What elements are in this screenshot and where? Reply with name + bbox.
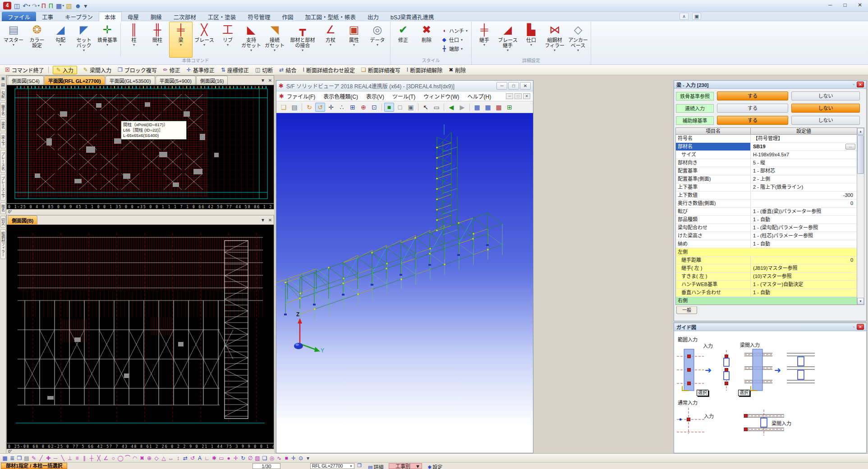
parallel-tool-icon[interactable]: ∥ [81, 454, 88, 462]
vtab-koubai[interactable]: 勾配 [0, 89, 6, 100]
erase-tool-icon[interactable]: ✖ [138, 454, 146, 462]
ketsugou-button[interactable]: ⇄結合 [279, 66, 296, 74]
brace-tsugite-button[interactable]: ◢ブレース 継手▾ [496, 22, 519, 58]
viewer-menu-view[interactable]: 表示(V) [366, 92, 384, 100]
real4-logo-icon[interactable]: 4 [3, 2, 11, 9]
fit-view-icon[interactable]: ⊞ [348, 103, 358, 112]
viewer-menu-file[interactable]: ファイル(F) [287, 92, 315, 100]
table-row[interactable]: すきま( 左 )(10)マスター参照 [676, 273, 857, 281]
anchor-base-button[interactable]: ◇アンカー ベース▾ [566, 22, 590, 58]
style-sakujo-button[interactable]: ✖削除 [415, 22, 438, 58]
settings-button[interactable]: ✱設定 [427, 463, 442, 469]
toggle-tekkotsu-kijun-sansho-on-button[interactable]: する [717, 91, 788, 100]
tab-kouji[interactable]: 工事 [36, 12, 59, 22]
pan-icon[interactable]: ✛ [326, 103, 336, 112]
grid-settings-icon-caret[interactable]: ▾ [62, 4, 64, 8]
doc-close-icon[interactable]: ✕ [523, 93, 530, 99]
table-row[interactable]: ハンチWEB基準1 - (マスター)自動決定 [676, 281, 857, 289]
cross-tool-icon[interactable]: ╳ [95, 454, 102, 462]
shiguchi-button[interactable]: ▙仕口▾ [519, 22, 543, 58]
redo-icon-caret[interactable]: ▾ [38, 4, 40, 8]
model-grid-icon[interactable]: ⊞ [505, 103, 514, 112]
hari-button[interactable]: ╪梁▾ [169, 22, 193, 58]
triangle-tool-icon[interactable]: △ [160, 454, 167, 462]
more-commands-icon[interactable]: ▾ [84, 1, 87, 10]
rotate-tool-icon[interactable]: ↺ [189, 454, 196, 462]
spline-tool-icon[interactable]: ∿ [276, 454, 283, 462]
pointer-icon[interactable]: ↖ [421, 103, 431, 112]
brace-button[interactable]: ╳ブレース▾ [193, 22, 216, 58]
table-row[interactable]: 垂直ハンチ合わせ1 - 自動 [676, 289, 857, 297]
table-3-icon[interactable]: ▦ [494, 103, 504, 112]
table-row[interactable]: 転び1 - (垂直(梁))パラメーター参照 [676, 208, 857, 216]
table-row[interactable]: 左側 [676, 248, 857, 256]
danmen-clear-button[interactable]: Ⅰ断面詳細解除 [407, 66, 443, 74]
layer-icon[interactable]: ❐ [357, 463, 362, 469]
toggle-renzoku-nyuryoku-on-button[interactable]: する [717, 104, 788, 113]
diamond-tool-icon[interactable]: ◇ [153, 454, 160, 462]
table-row[interactable]: 部材名SB19... [676, 143, 857, 151]
tab-bsj-renkei[interactable]: bSJ梁貫通孔連携 [385, 12, 440, 22]
column-red-icon[interactable]: Π [41, 1, 46, 10]
swap-tool-icon[interactable]: ⇄ [182, 454, 189, 462]
cmd-delete-button[interactable]: ✖削除 [449, 66, 466, 74]
cross2-tool-icon[interactable]: ✛ [232, 454, 239, 462]
close-button[interactable]: ✕ [853, 0, 867, 10]
view-tab-heimenzu-5-900[interactable]: 平面図(5+900) [156, 76, 196, 85]
hidden-line-view-icon[interactable]: ▣ [406, 103, 416, 112]
vtab-tsugite-mei[interactable]: 継手名 [0, 102, 6, 118]
view-tab-heimenzu-rfl[interactable]: 平面図(RFL GL+27700) [44, 76, 105, 85]
wireframe-view-icon[interactable]: □ [395, 103, 405, 112]
style-shusei-button[interactable]: ✔修正 [391, 22, 415, 58]
tsugite-button[interactable]: ╪継手▾ [473, 22, 496, 58]
tab-sakuzu[interactable]: 作図 [276, 12, 299, 22]
perpendicular-tool-icon[interactable]: ⊥ [66, 454, 73, 462]
strip-icon-pin[interactable]: ▣ [1, 76, 5, 81]
open-icon[interactable]: ❏ [279, 103, 289, 112]
setback-button[interactable]: ◤セット バック▾ [72, 22, 96, 58]
diameter-tool-icon[interactable]: ∅ [247, 454, 254, 462]
users-icon[interactable]: ☻ [74, 1, 81, 10]
minimize-button[interactable]: ─ [823, 0, 837, 10]
zokusei-button[interactable]: ▣属性▾ [342, 22, 366, 58]
render-icon[interactable]: ▨ [66, 1, 72, 10]
elevation-drawing-canvas[interactable] [6, 225, 274, 443]
kumikouzai-filler-button[interactable]: ⋈組鋼材 フィラー▾ [543, 22, 566, 58]
vtab-brace-jouge[interactable]: ブレース上下 [0, 174, 6, 200]
setsudan-button[interactable]: ◫切断 [255, 66, 273, 74]
backslash-tool-icon[interactable]: ╲ [59, 454, 66, 462]
tab-general[interactable]: 一般 [676, 306, 697, 314]
houzue-button[interactable]: ∠方杖▾ [319, 22, 342, 58]
table-row[interactable]: 上下基準2 - 階上下(鉄骨ライン) [676, 183, 857, 191]
setsuzoku-gusset-button[interactable]: ◥接続 ガセット▾ [263, 22, 286, 58]
star-tool-icon[interactable]: ✱ [211, 454, 218, 462]
maximize-button[interactable]: □ [838, 0, 852, 10]
view-tab-sokumenzu-16[interactable]: 側面図(16) [196, 76, 228, 85]
table-2-icon[interactable]: ▦ [483, 103, 493, 112]
zoom-window-icon[interactable]: ⊡ [369, 103, 379, 112]
viewer-3d-canvas[interactable]: Z Y [276, 113, 533, 453]
table-row[interactable]: 奥行き数値(側面)0 [676, 200, 857, 208]
doc-minimize-icon[interactable]: ─ [506, 93, 513, 99]
level-select[interactable]: RFL GL+27700 ▼ [310, 463, 354, 469]
varrow-tool-icon[interactable]: ↕ [175, 454, 182, 462]
close-view-icon[interactable]: ✕ [266, 218, 274, 223]
more-button[interactable]: ... [845, 144, 855, 150]
column-green-icon[interactable]: Π [49, 1, 53, 10]
save-icon[interactable]: ◫ [14, 1, 20, 10]
input-button[interactable]: ✎入力 [53, 66, 77, 74]
sheet-tool-icon[interactable]: ▤ [23, 454, 30, 462]
dot-tool-icon[interactable]: ● [225, 454, 232, 462]
tab-niji-buzai[interactable]: 二次部材 [168, 12, 202, 22]
toggle-hojosen-kijun-on-button[interactable]: する [717, 116, 788, 125]
viewer-minimize-button[interactable]: ─ [496, 82, 507, 90]
scroll-down-icon[interactable]: ▼ [857, 298, 864, 305]
view-tab-sokumenzu-sc4[interactable]: 側面図(SC4) [8, 76, 44, 85]
text-tool-icon[interactable]: A [196, 454, 203, 462]
buzai-setsugou-button[interactable]: ┳部材と部材 の接合▾ [286, 22, 319, 58]
toggle-hojosen-kijun-off-button[interactable]: しない [791, 116, 860, 125]
color-settings-button[interactable]: ❂カラー 設定 [25, 22, 49, 58]
plan-drawing-canvas[interactable]: 間柱（xPost(ID=817)） L66［間柱 (ID=22)］ L-65x6… [6, 85, 274, 204]
ellipse-tool-icon[interactable]: ◯ [117, 454, 124, 462]
vtab-brace-mei[interactable]: ブレース名 [0, 150, 6, 173]
